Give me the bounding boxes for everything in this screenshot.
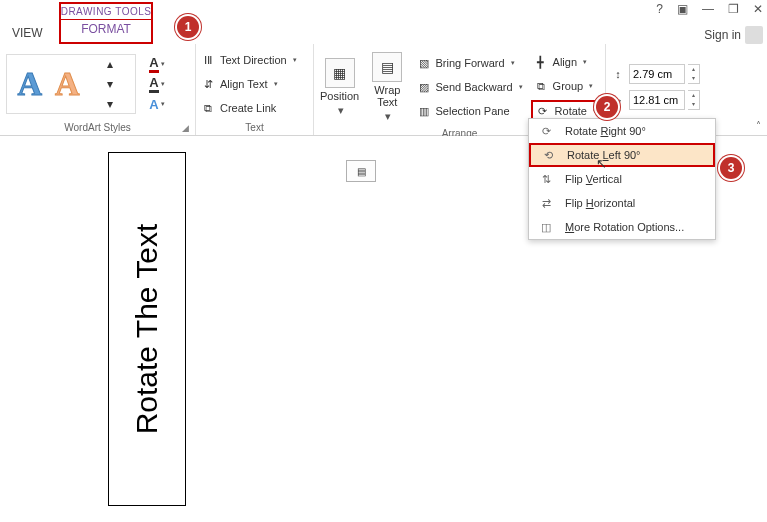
text-direction-icon: ⅠⅡ (200, 52, 216, 68)
bring-forward-button[interactable]: ▧ Bring Forward▾ (414, 53, 525, 73)
width-input[interactable] (629, 90, 685, 110)
selection-pane-button[interactable]: ▥ Selection Pane (414, 101, 525, 121)
minimize-icon[interactable]: — (702, 2, 714, 16)
ribbon-display-icon[interactable]: ▣ (677, 2, 688, 16)
gallery-more-icon[interactable]: ▾ (95, 95, 125, 113)
sign-in[interactable]: Sign in (704, 26, 763, 44)
menu-fliph-post: orizontal (594, 197, 636, 209)
window-controls: ? ▣ — ❐ ✕ (656, 2, 763, 16)
create-link-button[interactable]: ⧉ Create Link (200, 98, 297, 118)
menu-rotate-left-post: eft 90° (609, 149, 641, 161)
menu-rotate-left-pre: Rotate (567, 149, 602, 161)
close-icon[interactable]: ✕ (753, 2, 763, 16)
height-input[interactable] (629, 64, 685, 84)
tab-format[interactable]: FORMAT (73, 20, 139, 38)
wrap-text-button[interactable]: ▤ Wrap Text▾ (367, 48, 407, 126)
badge-3: 3 (720, 157, 742, 179)
align-button[interactable]: ╋ Align▾ (531, 52, 601, 72)
rotate-left-icon: ⟲ (539, 149, 557, 162)
menu-more-post: ore Rotation Options... (574, 221, 684, 233)
more-rotation-icon: ◫ (537, 221, 555, 234)
help-icon[interactable]: ? (656, 2, 663, 16)
width-spinner[interactable]: ▴▾ (688, 90, 700, 110)
menu-more-rotation[interactable]: ◫ More Rotation Options... (529, 215, 715, 239)
menu-rotate-left[interactable]: ⟲ Rotate Left 90° (529, 143, 715, 167)
link-icon: ⧉ (200, 100, 216, 116)
text-box-content: Rotate The Text (130, 224, 164, 435)
menu-rotate-right-post: ight 90° (608, 125, 645, 137)
position-button[interactable]: ▦ Position▾ (318, 54, 361, 120)
wordart-gallery-scroll: ▴ ▾ ▾ (95, 55, 125, 113)
position-icon: ▦ (325, 58, 355, 88)
width-row: ↔ ▴▾ (610, 90, 700, 110)
menu-rotate-right-pre: Rotate (565, 125, 600, 137)
wrap-text-icon: ▤ (372, 52, 402, 82)
page: Rotate The Text (10, 144, 370, 520)
send-backward-button[interactable]: ▨ Send Backward▾ (414, 77, 525, 97)
height-row: ↕ ▴▾ (610, 64, 700, 84)
text-outline-button[interactable]: A▾ (142, 75, 172, 93)
send-backward-icon: ▨ (416, 79, 432, 95)
menu-more-ul: M (565, 221, 574, 233)
text-fill-button[interactable]: A▾ (142, 55, 172, 73)
align-text-button[interactable]: ⇵ Align Text▾ (200, 74, 297, 94)
group-button[interactable]: ⧉ Group▾ (531, 76, 601, 96)
wordart-mini-buttons: A▾ A▾ A▾ (142, 55, 172, 113)
collapse-ribbon-icon[interactable]: ˄ (756, 120, 761, 131)
rotate-right-icon: ⟳ (537, 125, 555, 138)
contextual-title: DRAWING TOOLS (61, 4, 152, 20)
group-label-text: Text (200, 120, 309, 133)
text-box[interactable]: Rotate The Text (108, 152, 186, 506)
rotate-icon: ⟳ (535, 103, 551, 119)
menu-flip-horizontal[interactable]: ⇄ Flip Horizontal (529, 191, 715, 215)
dialog-launcher-icon[interactable]: ◢ (182, 123, 189, 133)
avatar-icon (745, 26, 763, 44)
group-icon: ⧉ (533, 78, 549, 94)
bring-forward-icon: ▧ (416, 55, 432, 71)
group-text: ⅠⅡ Text Direction▾ ⇵ Align Text▾ ⧉ Creat… (196, 44, 314, 135)
sign-in-label: Sign in (704, 28, 741, 42)
flip-horizontal-icon: ⇄ (537, 197, 555, 210)
group-label-wordart: WordArt Styles ◢ (4, 120, 191, 133)
title-bar: VIEW DRAWING TOOLS FORMAT ? ▣ — ❐ ✕ Sign… (0, 0, 767, 44)
selection-pane-icon: ▥ (416, 103, 432, 119)
layout-options-button[interactable]: ▤ (346, 160, 376, 182)
rotate-menu: ⟳ Rotate Right 90° ⟲ Rotate Left 90° ⇅ F… (528, 118, 716, 240)
wordart-preset-orange[interactable]: A (55, 65, 80, 103)
contextual-tab-drawing-tools: DRAWING TOOLS FORMAT (59, 2, 154, 44)
wordart-preset-blue[interactable]: A (17, 65, 42, 103)
gallery-down-icon[interactable]: ▾ (95, 75, 125, 93)
flip-vertical-icon: ⇅ (537, 173, 555, 186)
text-direction-button[interactable]: ⅠⅡ Text Direction▾ (200, 50, 297, 70)
menu-fliph-ul: H (586, 197, 594, 209)
menu-flipv-post: ertical (593, 173, 622, 185)
tab-view[interactable]: VIEW (0, 20, 55, 44)
badge-2: 2 (596, 96, 618, 118)
layout-options-icon: ▤ (357, 166, 366, 177)
menu-flip-vertical[interactable]: ⇅ Flip Vertical (529, 167, 715, 191)
badge-1: 1 (177, 16, 199, 38)
menu-rotate-right[interactable]: ⟳ Rotate Right 90° (529, 119, 715, 143)
menu-flipv-pre: Flip (565, 173, 586, 185)
height-icon: ↕ (610, 66, 626, 82)
height-spinner[interactable]: ▴▾ (688, 64, 700, 84)
group-wordart-styles: A A ▴ ▾ ▾ A▾ A▾ A▾ WordArt Styles ◢ (0, 44, 196, 135)
tab-strip: VIEW DRAWING TOOLS FORMAT (0, 0, 153, 44)
restore-icon[interactable]: ❐ (728, 2, 739, 16)
text-effects-button[interactable]: A▾ (142, 95, 172, 113)
align-text-icon: ⇵ (200, 76, 216, 92)
gallery-up-icon[interactable]: ▴ (95, 55, 125, 73)
align-icon: ╋ (533, 54, 549, 70)
menu-fliph-pre: Flip (565, 197, 586, 209)
menu-flipv-ul: V (586, 173, 593, 185)
wordart-gallery[interactable]: A A ▴ ▾ ▾ (6, 54, 136, 114)
